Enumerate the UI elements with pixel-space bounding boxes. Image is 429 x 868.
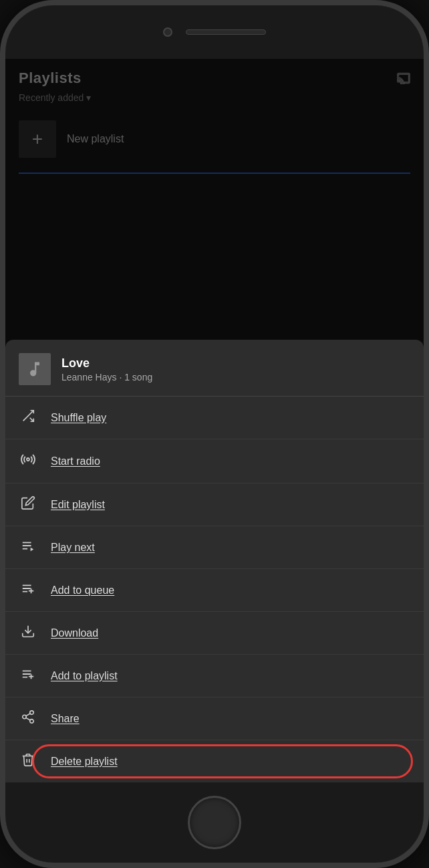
download-label: Download bbox=[51, 627, 98, 639]
start-radio-item[interactable]: Start radio bbox=[5, 439, 424, 483]
share-label: Share bbox=[51, 713, 80, 725]
delete-playlist-label: Delete playlist bbox=[51, 756, 118, 768]
add-playlist-icon bbox=[19, 667, 37, 685]
add-to-queue-item[interactable]: Add to queue bbox=[5, 569, 424, 612]
svg-point-6 bbox=[30, 720, 34, 724]
svg-point-4 bbox=[30, 711, 34, 715]
trash-icon bbox=[19, 752, 37, 770]
svg-line-7 bbox=[26, 718, 30, 720]
add-queue-icon bbox=[19, 581, 37, 599]
share-item[interactable]: Share bbox=[5, 697, 424, 740]
svg-line-1 bbox=[30, 418, 34, 422]
screen: Playlists Recently added ▾ + New playlis… bbox=[5, 59, 424, 782]
add-to-playlist-label: Add to playlist bbox=[51, 670, 118, 682]
edit-icon bbox=[19, 496, 37, 514]
add-to-playlist-item[interactable]: Add to playlist bbox=[5, 655, 424, 697]
playlist-thumbnail bbox=[19, 353, 51, 385]
phone-speaker bbox=[186, 29, 266, 35]
music-note-icon bbox=[25, 360, 44, 378]
shuffle-icon bbox=[19, 409, 37, 427]
play-next-item[interactable]: Play next bbox=[5, 526, 424, 569]
phone-bottom-bar bbox=[5, 782, 424, 863]
svg-point-2 bbox=[27, 458, 29, 461]
download-icon bbox=[19, 624, 37, 642]
playlist-title: Love bbox=[61, 356, 152, 370]
menu-header: Love Leanne Hays · 1 song bbox=[5, 340, 424, 397]
delete-playlist-item[interactable]: Delete playlist bbox=[5, 740, 424, 782]
start-radio-label: Start radio bbox=[51, 455, 100, 467]
menu-header-info: Love Leanne Hays · 1 song bbox=[61, 356, 152, 383]
svg-point-5 bbox=[23, 715, 27, 719]
home-button[interactable] bbox=[188, 796, 241, 849]
playlist-subtitle: Leanne Hays · 1 song bbox=[61, 372, 152, 383]
svg-line-8 bbox=[26, 714, 30, 716]
front-camera bbox=[163, 27, 172, 37]
add-queue-label: Add to queue bbox=[51, 584, 114, 596]
phone-top-bar bbox=[5, 5, 424, 59]
phone-frame: Playlists Recently added ▾ + New playlis… bbox=[0, 0, 429, 868]
edit-playlist-item[interactable]: Edit playlist bbox=[5, 483, 424, 526]
shuffle-play-label: Shuffle play bbox=[51, 412, 106, 424]
play-next-label: Play next bbox=[51, 542, 95, 554]
context-menu: Love Leanne Hays · 1 song Shuffle play bbox=[5, 340, 424, 782]
download-item[interactable]: Download bbox=[5, 612, 424, 655]
share-icon bbox=[19, 710, 37, 728]
radio-icon bbox=[19, 451, 37, 471]
shuffle-play-item[interactable]: Shuffle play bbox=[5, 397, 424, 439]
edit-playlist-label: Edit playlist bbox=[51, 499, 105, 511]
play-next-icon bbox=[19, 538, 37, 556]
